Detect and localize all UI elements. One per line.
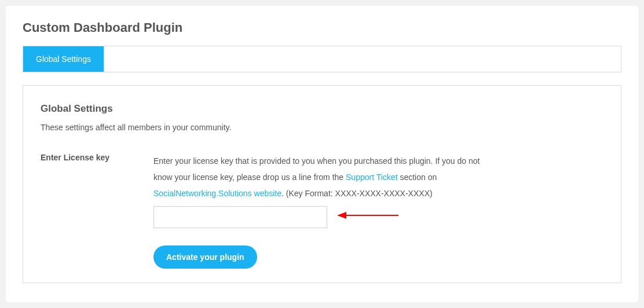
settings-card: Custom Dashboard Plugin Global Settings …: [6, 6, 638, 302]
hint-text-2: section on: [400, 173, 437, 182]
section-description: These settings affect all members in you…: [41, 123, 603, 132]
license-key-label: Enter License key: [41, 153, 109, 162]
hint-text-3: . (Key Format: XXXX-XXXX-XXXX-XXXX): [281, 189, 433, 198]
license-key-hint: Enter your license key that is provided …: [153, 153, 486, 201]
license-key-field-col: Enter your license key that is provided …: [153, 153, 603, 269]
support-ticket-link[interactable]: Support Ticket: [346, 173, 398, 182]
activate-plugin-button[interactable]: Activate your plugin: [153, 245, 257, 269]
license-key-label-col: Enter License key: [41, 153, 153, 162]
section-title: Global Settings: [41, 103, 603, 115]
tab-global-settings[interactable]: Global Settings: [23, 46, 104, 72]
tabs-bar: Global Settings: [23, 46, 621, 72]
license-key-row: Enter License key Enter your license key…: [41, 153, 603, 269]
sns-website-link[interactable]: SocialNetworking.Solutions website: [153, 189, 281, 198]
form-actions: Activate your plugin: [153, 245, 603, 269]
settings-panel: Global Settings These settings affect al…: [23, 85, 621, 283]
svg-marker-1: [337, 212, 346, 219]
annotation-arrow-icon: [336, 210, 400, 221]
license-key-input[interactable]: [153, 206, 327, 228]
page-title: Custom Dashboard Plugin: [23, 20, 621, 35]
